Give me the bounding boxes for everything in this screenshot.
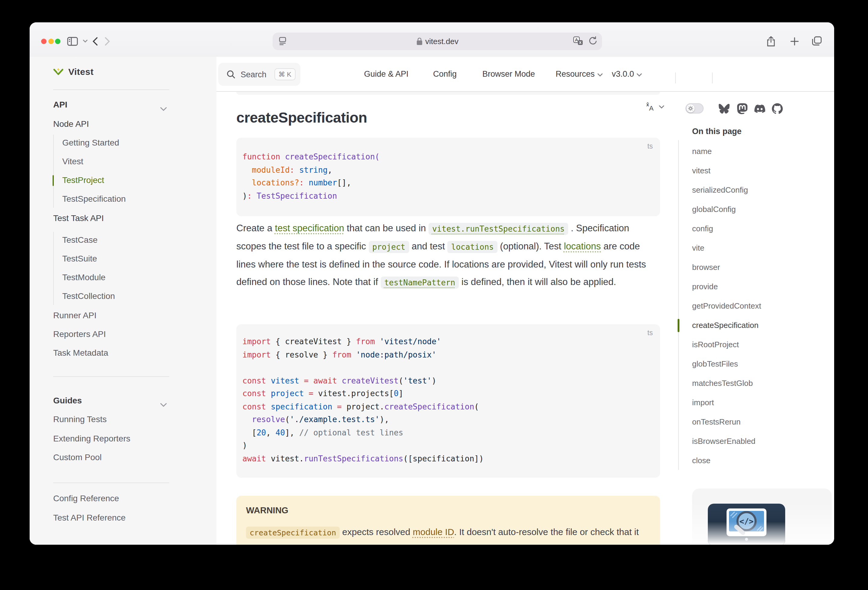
- sidebar-item-test-task-api[interactable]: Test Task API: [53, 213, 104, 222]
- toc-item-vitest[interactable]: vitest: [692, 166, 710, 175]
- new-tab-icon[interactable]: [787, 34, 802, 48]
- text: and test: [409, 241, 447, 251]
- url-text: vitest.dev: [425, 37, 459, 46]
- code-line: import { resolve } from 'node:path/posix…: [242, 348, 654, 361]
- code-line: import { createVitest } from 'vitest/nod…: [242, 335, 654, 348]
- toc-item-serializedconfig[interactable]: serializedConfig: [692, 185, 748, 194]
- search-button[interactable]: Search ⌘ K: [218, 63, 300, 86]
- sidebar-item-testspecification[interactable]: TestSpecification: [62, 194, 126, 203]
- toc-item-browser[interactable]: browser: [692, 262, 720, 271]
- description-paragraph: Create a test specification that can be …: [236, 219, 660, 291]
- sidebar-item-task-metadata[interactable]: Task Metadata: [53, 347, 108, 357]
- toc-item-close[interactable]: close: [692, 456, 710, 465]
- bluesky-icon[interactable]: [719, 103, 729, 114]
- nav-dropdown-v3-0-0[interactable]: v3.0.0: [612, 57, 642, 91]
- code-line: ): TestSpecification: [242, 189, 654, 202]
- sidebar-nested-line: [53, 232, 53, 305]
- toc-item-createspecification[interactable]: createSpecification: [692, 320, 759, 330]
- code-line: moduleId: string,: [242, 163, 654, 177]
- sidebar-active-marker: [52, 175, 53, 186]
- toc-title: On this page: [692, 127, 742, 136]
- zoom-window-button[interactable]: [55, 39, 61, 44]
- sidebar-toggle-icon[interactable]: [65, 34, 80, 48]
- toc-item-config[interactable]: config: [692, 224, 713, 233]
- github-icon[interactable]: [772, 103, 783, 114]
- address-bar[interactable]: vitest.dev A x: [273, 32, 602, 50]
- inline-link[interactable]: test specification: [275, 223, 344, 233]
- sidebar-item-extending-reporters[interactable]: Extending Reporters: [53, 433, 130, 443]
- sidebar-item-testsuite[interactable]: TestSuite: [62, 253, 97, 263]
- ad-card[interactable]: </>: [692, 488, 832, 545]
- toc-item-globtestfiles[interactable]: globTestFiles: [692, 359, 738, 368]
- toc-item-vite[interactable]: vite: [692, 243, 704, 252]
- vitest-logo[interactable]: Vitest: [53, 66, 94, 77]
- chevron-down-icon: [659, 105, 664, 109]
- warning-link[interactable]: module ID: [413, 527, 454, 537]
- sidebar-item-config-reference[interactable]: Config Reference: [53, 493, 119, 503]
- mastodon-icon[interactable]: [737, 103, 748, 114]
- sidebar-item-running-tests[interactable]: Running Tests: [53, 414, 107, 424]
- toc-border: [678, 140, 679, 470]
- translate-language-icon: x̂ A: [645, 102, 655, 112]
- sidebar-item-guides[interactable]: Guides: [53, 395, 82, 405]
- text: expects resolved: [340, 527, 413, 537]
- theme-toggle[interactable]: [685, 103, 704, 113]
- sidebar-item-test-api-reference[interactable]: Test API Reference: [53, 512, 126, 522]
- text: Create a: [236, 223, 275, 233]
- code-line: await vitest.runTestSpecifications([spec…: [242, 452, 654, 465]
- toc-item-provide[interactable]: provide: [692, 282, 718, 291]
- lock-icon: [416, 37, 422, 45]
- warning-inline-code: createSpecification: [246, 526, 340, 539]
- reload-icon[interactable]: [589, 36, 597, 48]
- sidebar-item-node-api[interactable]: Node API: [53, 119, 89, 128]
- previous-code-block-edge: [236, 92, 660, 95]
- vitest-logo-text: Vitest: [68, 66, 94, 77]
- inline-link[interactable]: locations: [564, 241, 601, 251]
- close-window-button[interactable]: [41, 39, 47, 44]
- toc-item-isrootproject[interactable]: isRootProject: [692, 340, 739, 349]
- theme-toggle-knob: [686, 104, 695, 112]
- code-line: function createSpecification(: [242, 150, 654, 163]
- svg-text:x: x: [579, 40, 582, 45]
- toc-item-globalconfig[interactable]: globalConfig: [692, 205, 736, 213]
- nav-link-guide-api[interactable]: Guide & API: [364, 57, 408, 91]
- inline-code-link[interactable]: testNamePattern: [381, 276, 459, 288]
- sidebar-item-api[interactable]: API: [53, 99, 67, 109]
- forward-button[interactable]: [100, 34, 114, 48]
- sidebar-item-reporters-api[interactable]: Reporters API: [53, 329, 106, 338]
- toc-item-matchestestglob[interactable]: matchesTestGlob: [692, 378, 753, 387]
- text: is defined, then it will also be applied…: [459, 277, 616, 287]
- code-block-signature[interactable]: ts function createSpecification( moduleI…: [236, 138, 660, 216]
- code-line: [20, 40], // optional test lines: [242, 426, 654, 439]
- chevron-down-icon: [636, 69, 642, 78]
- toc-item-import[interactable]: import: [692, 398, 714, 407]
- sidebar-item-testcase[interactable]: TestCase: [62, 235, 97, 244]
- sidebar-item-custom-pool[interactable]: Custom Pool: [53, 452, 102, 462]
- toc-item-isbrowserenabled[interactable]: isBrowserEnabled: [692, 436, 756, 445]
- sidebar-item-getting-started[interactable]: Getting Started: [62, 137, 119, 147]
- tab-overview-icon[interactable]: [809, 34, 824, 48]
- nav-link-config[interactable]: Config: [433, 57, 457, 91]
- sidebar-item-vitest[interactable]: Vitest: [62, 156, 83, 166]
- translate-icon[interactable]: A x: [573, 36, 583, 48]
- code-block-example[interactable]: ts import { createVitest } from 'vitest/…: [236, 324, 660, 478]
- sidebar-item-testproject[interactable]: TestProject: [62, 175, 104, 184]
- sidebar-item-testcollection[interactable]: TestCollection: [62, 291, 115, 300]
- language-menu[interactable]: x̂ A: [645, 102, 664, 112]
- toc-item-getprovidedcontext[interactable]: getProvidedContext: [692, 301, 761, 310]
- vitest-logo-icon: [53, 66, 63, 77]
- sidebar-item-testmodule[interactable]: TestModule: [62, 272, 105, 282]
- share-icon[interactable]: [763, 34, 778, 48]
- sidebar-item-runner-api[interactable]: Runner API: [53, 310, 96, 320]
- inline-code-link[interactable]: vitest.runTestSpecifications: [428, 222, 568, 235]
- toc-item-name[interactable]: name: [692, 146, 712, 156]
- code-line: const specification = project.createSpec…: [242, 400, 654, 413]
- minimize-window-button[interactable]: [48, 39, 53, 44]
- nav-link-browser-mode[interactable]: Browser Mode: [482, 57, 535, 91]
- nav-dropdown-resources[interactable]: Resources: [555, 57, 602, 91]
- sidebar-group-divider: [53, 376, 169, 377]
- discord-icon[interactable]: [754, 103, 765, 114]
- toc-item-ontestsrerun[interactable]: onTestsRerun: [692, 417, 741, 426]
- svg-text:A: A: [575, 37, 578, 42]
- code-line: locations?: number[],: [242, 177, 654, 189]
